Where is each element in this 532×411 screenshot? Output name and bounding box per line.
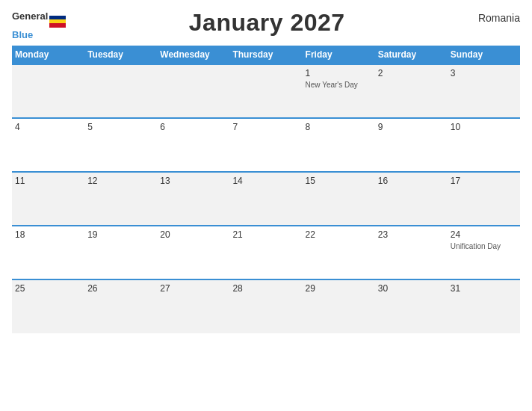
calendar-cell: 2 (375, 64, 448, 118)
calendar-cell: 7 (229, 118, 302, 172)
calendar-cell (229, 64, 302, 118)
day-number: 22 (306, 229, 372, 240)
logo-flag (49, 16, 66, 28)
logo-general-text: General (12, 10, 48, 22)
day-number: 29 (306, 283, 372, 294)
calendar-cell: 20 (157, 226, 229, 279)
col-saturday: Saturday (375, 46, 448, 64)
calendar-cell: 27 (157, 279, 229, 333)
day-number: 23 (378, 229, 445, 240)
day-number: 26 (87, 283, 154, 294)
day-number: 28 (232, 283, 299, 294)
calendar-cell: 8 (303, 118, 375, 172)
day-number: 2 (378, 68, 445, 78)
day-number: 17 (451, 176, 517, 186)
week-row-1: 1New Year's Day23 (12, 64, 520, 118)
calendar-cell: 21 (229, 226, 302, 279)
calendar-title: January 2027 (189, 9, 345, 36)
calendar-cell: 9 (375, 118, 448, 172)
calendar-cell: 3 (448, 64, 520, 118)
day-number: 18 (15, 229, 81, 240)
day-number: 12 (87, 176, 154, 186)
day-number: 16 (378, 176, 445, 186)
logo-blue-text: Blue (12, 29, 33, 40)
calendar-cell: 28 (229, 279, 302, 333)
country-label: Romania (468, 9, 520, 24)
day-number: 11 (15, 176, 81, 186)
calendar-cell (157, 64, 229, 118)
calendar-cell: 12 (84, 172, 157, 226)
day-number: 4 (15, 122, 81, 132)
col-friday: Friday (303, 46, 375, 64)
day-number: 21 (232, 229, 299, 240)
weekday-header-row: Monday Tuesday Wednesday Thursday Friday… (12, 46, 520, 64)
col-thursday: Thursday (229, 46, 302, 64)
col-wednesday: Wednesday (157, 46, 229, 64)
calendar-cell: 6 (157, 118, 229, 172)
calendar-cell: 25 (12, 279, 84, 333)
day-number: 6 (160, 122, 226, 132)
calendar-cell: 17 (448, 172, 520, 226)
day-number: 19 (87, 229, 154, 240)
calendar-cell: 22 (303, 226, 375, 279)
day-number: 10 (451, 122, 517, 132)
day-number: 30 (378, 283, 445, 294)
calendar-cell: 13 (157, 172, 229, 226)
calendar-cell: 24Unification Day (448, 226, 520, 279)
calendar-cell: 19 (84, 226, 157, 279)
day-number: 24 (451, 229, 517, 240)
calendar-cell: 29 (303, 279, 375, 333)
calendar-page: General Blue January 2027 Romania Monday… (0, 0, 532, 411)
calendar-cell: 1New Year's Day (303, 64, 375, 118)
week-row-3: 11121314151617 (12, 172, 520, 226)
calendar-cell: 23 (375, 226, 448, 279)
calendar-cell: 26 (84, 279, 157, 333)
week-row-2: 45678910 (12, 118, 520, 172)
day-number: 14 (232, 176, 299, 186)
day-number: 20 (160, 229, 226, 240)
logo: General Blue (12, 9, 66, 41)
day-number: 25 (15, 283, 81, 294)
calendar-cell: 18 (12, 226, 84, 279)
calendar-header: General Blue January 2027 Romania (12, 9, 520, 41)
day-number: 9 (378, 122, 445, 132)
calendar-table: Monday Tuesday Wednesday Thursday Friday… (12, 46, 520, 333)
calendar-cell: 4 (12, 118, 84, 172)
calendar-cell: 5 (84, 118, 157, 172)
title-area: January 2027 (66, 9, 468, 37)
week-row-5: 25262728293031 (12, 279, 520, 333)
calendar-cell: 15 (303, 172, 375, 226)
col-monday: Monday (12, 46, 84, 64)
day-number: 13 (160, 176, 226, 186)
col-tuesday: Tuesday (84, 46, 157, 64)
calendar-cell: 11 (12, 172, 84, 226)
calendar-cell (84, 64, 157, 118)
calendar-cell: 16 (375, 172, 448, 226)
calendar-cell: 31 (448, 279, 520, 333)
day-number: 1 (306, 68, 372, 78)
day-number: 27 (160, 283, 226, 294)
day-number: 5 (87, 122, 154, 132)
col-sunday: Sunday (448, 46, 520, 64)
calendar-cell (12, 64, 84, 118)
day-number: 7 (232, 122, 299, 132)
day-number: 8 (306, 122, 372, 132)
holiday-name: New Year's Day (306, 80, 372, 90)
week-row-4: 18192021222324Unification Day (12, 226, 520, 279)
calendar-cell: 14 (229, 172, 302, 226)
calendar-cell: 10 (448, 118, 520, 172)
holiday-name: Unification Day (451, 241, 517, 251)
day-number: 15 (306, 176, 372, 186)
calendar-cell: 30 (375, 279, 448, 333)
day-number: 3 (451, 68, 517, 78)
day-number: 31 (451, 283, 517, 294)
